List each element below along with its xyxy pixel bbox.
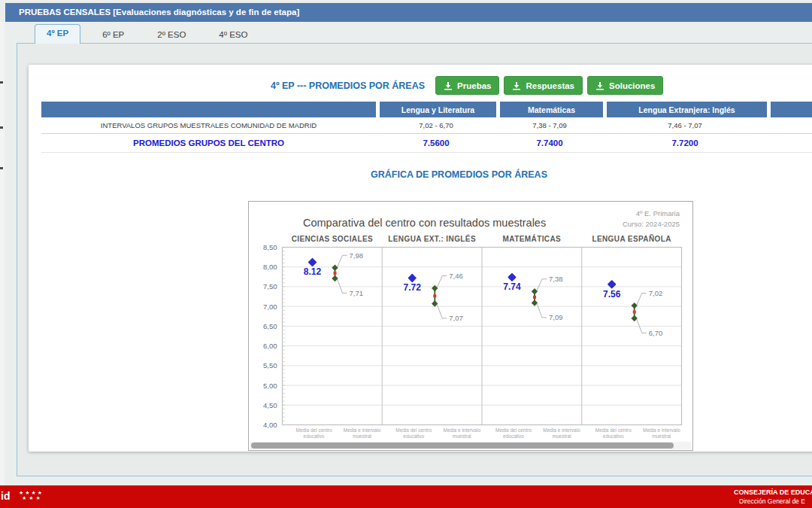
svg-text:muestral: muestral xyxy=(453,433,471,439)
left-edge-mark xyxy=(0,167,3,169)
svg-text:muestral: muestral xyxy=(353,433,371,439)
section-title: 4º EP --- PROMEDIOS POR ÁREAS xyxy=(271,81,425,91)
cell-value: 7.5600 xyxy=(376,134,496,153)
svg-text:Media del centro: Media del centro xyxy=(595,427,632,433)
svg-text:Media del centro: Media del centro xyxy=(295,427,332,433)
column-header-matematicas: Matemáticas xyxy=(496,102,603,117)
download-pruebas-button[interactable]: Pruebas xyxy=(435,76,499,95)
svg-text:muestral: muestral xyxy=(652,433,671,439)
cell-value: 7,46 - 7,07 xyxy=(603,117,767,134)
download-soluciones-label: Soluciones xyxy=(609,81,655,90)
svg-text:Media del centro: Media del centro xyxy=(495,427,532,433)
svg-text:7.72: 7.72 xyxy=(404,282,422,293)
svg-text:Media e intervalo: Media e intervalo xyxy=(643,427,680,433)
left-edge-strip xyxy=(0,22,5,485)
svg-text:4,00: 4,00 xyxy=(263,421,277,429)
svg-text:8.12: 8.12 xyxy=(304,266,322,277)
svg-text:5,00: 5,00 xyxy=(263,382,277,390)
svg-text:7,98: 7,98 xyxy=(350,251,364,260)
svg-text:Media e intervalo: Media e intervalo xyxy=(444,427,481,433)
table-row-promedios: PROMEDIOS GRUPOS DEL CENTRO 7.5600 7.740… xyxy=(41,134,812,153)
app-title: PRUEBAS CENSALES [Evaluaciones diagnósti… xyxy=(19,8,299,17)
download-respuestas-button[interactable]: Respuestas xyxy=(504,76,583,95)
comparison-chart: Comparativa del centro con resultados mu… xyxy=(249,202,689,441)
svg-text:7.56: 7.56 xyxy=(603,289,621,300)
svg-text:LENGUA ESPAÑOLA: LENGUA ESPAÑOLA xyxy=(592,234,671,243)
cell-value: 7.7200 xyxy=(603,134,767,153)
svg-text:6,70: 6,70 xyxy=(649,329,663,337)
table-row-intervals: INTERVALOS GRUPOS MUESTRALES COMUNIDAD D… xyxy=(41,117,812,134)
svg-text:7,00: 7,00 xyxy=(263,303,277,311)
tab-6ep[interactable]: 6º EP xyxy=(91,26,135,44)
footer-consejeria: CONSEJERÍA DE EDUCA Dirección General de… xyxy=(734,488,812,506)
chart-heading: GRÁFICA DE PROMEDIOS POR ÁREAS xyxy=(29,169,812,180)
svg-text:7,38: 7,38 xyxy=(549,275,563,283)
cell-value: 7.7400 xyxy=(496,134,603,153)
consejeria-line2: Dirección General de E xyxy=(734,497,812,506)
svg-text:CIENCIAS SOCIALES: CIENCIAS SOCIALES xyxy=(292,235,373,243)
consejeria-line1: CONSEJERÍA DE EDUCA xyxy=(734,488,812,497)
table-header-row: Lengua y Literatura Matemáticas Lengua E… xyxy=(41,102,812,117)
column-header-clipped: C xyxy=(767,102,812,117)
column-header-empty xyxy=(41,102,376,117)
cell-value: 7,38 - 7,09 xyxy=(496,117,603,134)
svg-text:6,50: 6,50 xyxy=(263,322,277,330)
svg-text:educativo: educativo xyxy=(503,433,524,439)
download-soluciones-button[interactable]: Soluciones xyxy=(587,76,663,95)
svg-text:Curso: 2024-2025: Curso: 2024-2025 xyxy=(623,220,680,228)
tab-2eso[interactable]: 2º ESO xyxy=(146,26,197,44)
svg-text:7.74: 7.74 xyxy=(503,281,521,292)
download-pruebas-label: Pruebas xyxy=(457,81,491,90)
svg-text:7,71: 7,71 xyxy=(350,289,364,297)
stars-row-1: ★★★★ xyxy=(19,490,44,495)
left-edge-mark xyxy=(0,126,3,129)
app-header: PRUEBAS CENSALES [Evaluaciones diagnósti… xyxy=(5,3,812,22)
svg-text:7,09: 7,09 xyxy=(549,313,563,321)
tab-4eso[interactable]: 4º ESO xyxy=(208,26,259,44)
svg-text:8,00: 8,00 xyxy=(263,263,277,271)
averages-table: Lengua y Literatura Matemáticas Lengua E… xyxy=(41,102,812,153)
cell-value: 7,02 - 6,70 xyxy=(376,117,496,134)
section-header-row: 4º EP --- PROMEDIOS POR ÁREAS Pruebas Re… xyxy=(271,76,812,95)
svg-text:educativo: educativo xyxy=(304,433,325,439)
chart-horizontal-scrollbar-thumb[interactable] xyxy=(251,443,674,449)
footer-bar: id ★★★★ ★★★ CONSEJERÍA DE EDUCA Direcció… xyxy=(0,485,812,508)
download-buttons: Pruebas Respuestas Soluciones xyxy=(435,76,663,95)
download-respuestas-label: Respuestas xyxy=(526,81,574,90)
download-icon xyxy=(512,81,521,90)
svg-text:Media del centro: Media del centro xyxy=(395,427,432,433)
content-card: 4º EP --- PROMEDIOS POR ÁREAS Pruebas Re… xyxy=(29,65,812,452)
svg-text:Media e intervalo: Media e intervalo xyxy=(543,427,580,433)
row-label: INTERVALOS GRUPOS MUESTRALES COMUNIDAD D… xyxy=(41,117,376,134)
svg-text:7,46: 7,46 xyxy=(449,272,463,280)
svg-text:LENGUA EXT.: INGLÉS: LENGUA EXT.: INGLÉS xyxy=(388,234,476,243)
svg-text:educativo: educativo xyxy=(403,433,424,439)
cell-value xyxy=(767,134,812,153)
svg-text:MATEMÁTICAS: MATEMÁTICAS xyxy=(503,234,562,243)
svg-text:4º E. Primaria: 4º E. Primaria xyxy=(636,209,680,217)
download-icon xyxy=(444,81,453,90)
svg-text:7,07: 7,07 xyxy=(449,314,463,322)
column-header-lengua: Lengua y Literatura xyxy=(376,102,496,117)
grade-tabs: 4º EP 6º EP 2º ESO 4º ESO xyxy=(35,26,259,44)
row-label: PROMEDIOS GRUPOS DEL CENTRO xyxy=(41,134,376,153)
stars-row-2: ★★★ xyxy=(19,495,44,500)
svg-text:8,50: 8,50 xyxy=(263,243,277,251)
left-edge-mark xyxy=(0,81,3,84)
svg-text:Media e intervalo: Media e intervalo xyxy=(344,427,381,433)
svg-text:5,50: 5,50 xyxy=(263,361,277,370)
column-header-ingles: Lengua Extranjera: Inglés xyxy=(603,102,767,117)
chart-container: Comparativa del centro con resultados mu… xyxy=(248,201,693,451)
svg-text:Comparativa del centro con res: Comparativa del centro con resultados mu… xyxy=(303,217,546,229)
svg-text:muestral: muestral xyxy=(553,433,571,439)
download-icon xyxy=(595,81,604,90)
tab-4ep[interactable]: 4º EP xyxy=(35,24,80,44)
svg-text:4,50: 4,50 xyxy=(263,401,277,409)
cell-value xyxy=(767,117,812,134)
svg-text:7,50: 7,50 xyxy=(263,282,277,291)
chart-horizontal-scrollbar-track[interactable] xyxy=(250,442,692,449)
svg-text:7,02: 7,02 xyxy=(649,289,663,297)
madrid-logo-text: id xyxy=(1,490,10,502)
svg-text:6,00: 6,00 xyxy=(263,342,277,350)
svg-text:educativo: educativo xyxy=(603,433,624,439)
